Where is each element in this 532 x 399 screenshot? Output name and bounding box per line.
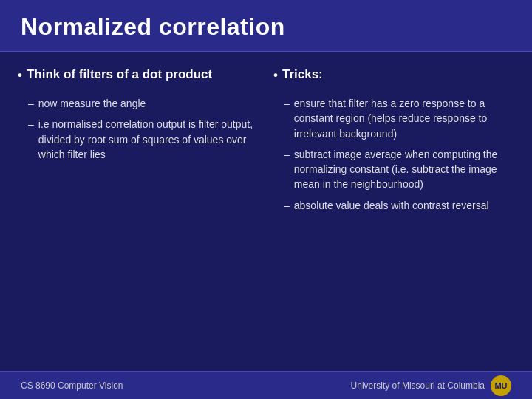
footer-left-text: CS 8690 Computer Vision <box>21 381 123 391</box>
right-sub-bullet-2-text: subtract image average when computing th… <box>294 147 514 192</box>
left-main-bullet-text: Think of filters of a dot product <box>27 67 212 82</box>
right-main-bullet-text: Tricks: <box>282 67 323 82</box>
right-bullet-dot: • <box>273 68 278 83</box>
right-sub-bullet-3-text: absolute value deals with contrast rever… <box>294 198 489 213</box>
left-column: • Think of filters of a dot product – no… <box>18 67 259 364</box>
dash-3: – <box>284 96 290 111</box>
left-sub-bullet-1: – now measure the angle <box>28 96 259 111</box>
content-area: • Think of filters of a dot product – no… <box>0 52 532 371</box>
footer-right: University of Missouri at Columbia MU <box>351 375 511 396</box>
left-bullet-dot: • <box>18 68 22 83</box>
right-sub-bullets: – ensure that filter has a zero response… <box>273 96 514 213</box>
left-sub-bullet-2-text: i.e normalised correlation output is fil… <box>38 117 259 162</box>
dash-2: – <box>28 117 34 132</box>
dash-4: – <box>284 147 290 162</box>
left-main-bullet: • Think of filters of a dot product <box>18 67 259 83</box>
right-main-bullet: • Tricks: <box>273 67 514 83</box>
right-column: • Tricks: – ensure that filter has a zer… <box>273 67 514 364</box>
slide-title: Normalized correlation <box>21 13 285 40</box>
mu-logo: MU <box>491 375 511 396</box>
footer-right-text: University of Missouri at Columbia <box>351 381 485 391</box>
right-sub-bullet-1-text: ensure that filter has a zero response t… <box>294 96 514 141</box>
left-sub-bullet-2: – i.e normalised correlation output is f… <box>28 117 259 162</box>
right-sub-bullet-2: – subtract image average when computing … <box>284 147 514 192</box>
left-sub-bullet-1-text: now measure the angle <box>38 96 146 111</box>
dash-5: – <box>284 198 290 213</box>
title-bar: Normalized correlation <box>0 0 532 52</box>
right-sub-bullet-1: – ensure that filter has a zero response… <box>284 96 514 141</box>
right-sub-bullet-3: – absolute value deals with contrast rev… <box>284 198 514 213</box>
footer: CS 8690 Computer Vision University of Mi… <box>0 371 532 399</box>
left-sub-bullets: – now measure the angle – i.e normalised… <box>18 96 259 162</box>
dash-1: – <box>28 96 34 111</box>
slide: Normalized correlation • Think of filter… <box>0 0 532 399</box>
